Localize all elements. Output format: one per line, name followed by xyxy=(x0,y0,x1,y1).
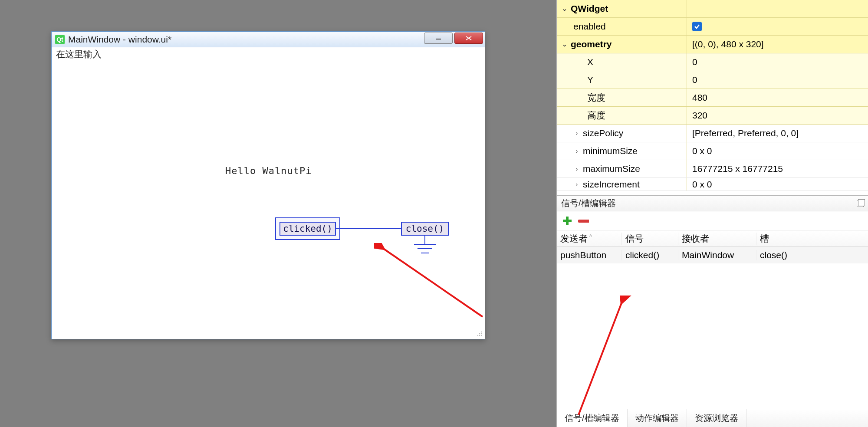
col-slot[interactable]: 槽 xyxy=(756,233,868,245)
prop-val: 0 x 0 xyxy=(692,146,712,156)
property-row-y[interactable]: Y 0 xyxy=(557,71,868,89)
signal-table-row[interactable]: pushButton clicked() MainWindow close() xyxy=(557,247,868,263)
chevron-right-icon[interactable]: › xyxy=(573,130,580,137)
prop-key: X xyxy=(587,57,593,67)
chevron-down-icon[interactable]: ⌄ xyxy=(561,5,568,12)
ground-icon xyxy=(410,236,440,259)
signal-slot-connection[interactable]: clicked() close() xyxy=(227,217,401,256)
panel-title: 信号/槽编辑器 xyxy=(561,197,616,209)
checkbox-checked-icon[interactable] xyxy=(692,22,702,31)
prop-val: [(0, 0), 480 x 320] xyxy=(692,39,764,49)
property-group-qwidget[interactable]: ⌄QWidget xyxy=(557,0,868,18)
signal-table-header[interactable]: 发送者^ 信号 接收者 槽 xyxy=(557,230,868,247)
svg-point-10 xyxy=(477,335,478,336)
form-label[interactable]: Hello WalnutPi xyxy=(225,165,312,176)
cell-receiver[interactable]: MainWindow xyxy=(678,250,756,260)
svg-point-9 xyxy=(481,333,482,334)
prop-key: Y xyxy=(587,75,593,85)
add-button[interactable] xyxy=(561,215,573,227)
svg-point-8 xyxy=(479,333,480,334)
remove-button[interactable] xyxy=(577,215,589,227)
property-row-minimumsize[interactable]: ›minimumSize 0 x 0 xyxy=(557,142,868,160)
prop-key: 高度 xyxy=(587,109,605,122)
cell-signal[interactable]: clicked() xyxy=(622,250,678,260)
prop-key: sizePolicy xyxy=(583,128,623,138)
resize-grip-icon[interactable] xyxy=(475,329,483,337)
signal-connection-line xyxy=(336,228,401,229)
chevron-down-icon[interactable]: ⌄ xyxy=(561,41,568,48)
window-title: MainWindow - window.ui* xyxy=(68,34,171,45)
tab-signal-slot[interactable]: 信号/槽编辑器 xyxy=(557,409,628,427)
property-row-height[interactable]: 高度 320 xyxy=(557,107,868,125)
right-side-panels: ⌄QWidget enabled ⌄geometry [(0, 0), 480 … xyxy=(556,0,868,427)
minimize-button[interactable] xyxy=(424,33,453,44)
property-editor[interactable]: ⌄QWidget enabled ⌄geometry [(0, 0), 480 … xyxy=(556,0,868,195)
svg-rect-15 xyxy=(563,220,572,222)
prop-key: enabled xyxy=(573,21,606,32)
cell-sender[interactable]: pushButton xyxy=(557,250,622,260)
svg-point-7 xyxy=(481,332,482,332)
signal-editor-toolbar xyxy=(557,211,868,230)
property-row-maximumsize[interactable]: ›maximumSize 16777215 x 16777215 xyxy=(557,160,868,178)
prop-val[interactable]: 320 xyxy=(692,110,707,121)
form-body[interactable]: Hello WalnutPi clicked() close() xyxy=(52,61,485,339)
svg-point-11 xyxy=(479,335,480,336)
menubar[interactable]: 在这里输入 xyxy=(52,47,485,61)
prop-key: sizeIncrement xyxy=(583,179,640,190)
prop-val: [Preferred, Preferred, 0, 0] xyxy=(692,128,799,138)
signal-target-label[interactable]: close() xyxy=(401,222,449,236)
signal-source-label[interactable]: clicked() xyxy=(279,222,336,236)
prop-key: minimumSize xyxy=(583,146,638,156)
prop-val: 16777215 x 16777215 xyxy=(692,164,783,174)
col-signal[interactable]: 信号 xyxy=(622,233,678,245)
qt-icon: Qt xyxy=(55,35,65,44)
prop-val[interactable]: 0 xyxy=(692,57,697,67)
sort-asc-icon: ^ xyxy=(589,233,592,240)
design-canvas-area: Qt MainWindow - window.ui* 在这里输入 Hello W… xyxy=(0,0,556,427)
prop-key: maximumSize xyxy=(583,164,640,174)
svg-point-12 xyxy=(481,335,482,336)
chevron-right-icon[interactable]: › xyxy=(573,165,580,172)
tab-resource[interactable]: 资源浏览器 xyxy=(687,409,746,427)
signal-slot-editor-panel[interactable]: 信号/槽编辑器 发送者^ 信号 接收者 槽 pushButton clicked… xyxy=(556,195,868,427)
close-button[interactable] xyxy=(454,33,483,44)
menu-placeholder[interactable]: 在这里输入 xyxy=(56,48,102,60)
group-label: QWidget xyxy=(571,3,608,14)
col-receiver[interactable]: 接收者 xyxy=(678,233,756,245)
chevron-right-icon[interactable]: › xyxy=(573,148,580,154)
prop-val: 0 x 0 xyxy=(692,179,712,190)
svg-rect-16 xyxy=(578,220,589,223)
cell-slot[interactable]: close() xyxy=(756,250,868,260)
bottom-tab-bar[interactable]: 信号/槽编辑器 动作编辑器 资源浏览器 xyxy=(557,409,868,427)
property-row-geometry[interactable]: ⌄geometry [(0, 0), 480 x 320] xyxy=(557,36,868,53)
dock-restore-icon[interactable] xyxy=(857,200,864,207)
prop-key: 宽度 xyxy=(587,92,605,104)
prop-key: geometry xyxy=(571,39,612,49)
tab-action[interactable]: 动作编辑器 xyxy=(628,409,687,427)
property-row-x[interactable]: X 0 xyxy=(557,53,868,71)
panel-header[interactable]: 信号/槽编辑器 xyxy=(557,196,868,211)
chevron-right-icon[interactable]: › xyxy=(573,181,580,188)
designer-window: Qt MainWindow - window.ui* 在这里输入 Hello W… xyxy=(51,31,485,339)
window-titlebar[interactable]: Qt MainWindow - window.ui* xyxy=(52,32,485,47)
property-row-width[interactable]: 宽度 480 xyxy=(557,89,868,107)
property-row-enabled[interactable]: enabled xyxy=(557,18,868,36)
property-row-sizepolicy[interactable]: ›sizePolicy [Preferred, Preferred, 0, 0] xyxy=(557,125,868,142)
prop-val[interactable]: 480 xyxy=(692,92,707,103)
property-row-sizeincrement[interactable]: ›sizeIncrement 0 x 0 xyxy=(557,178,868,191)
prop-val[interactable]: 0 xyxy=(692,75,697,85)
col-sender: 发送者^ xyxy=(557,233,622,245)
